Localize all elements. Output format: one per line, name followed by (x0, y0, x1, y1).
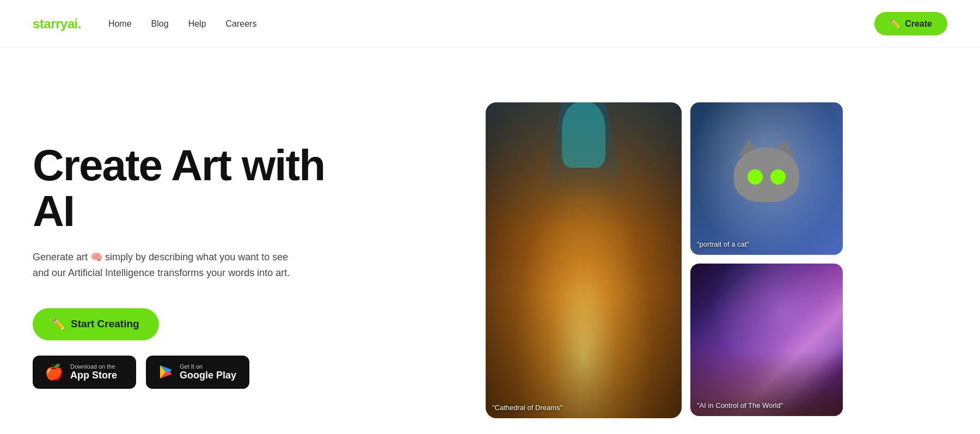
cathedral-caption: "Cathedral of Dreams" (492, 404, 562, 412)
nav-blog[interactable]: Blog (151, 19, 169, 29)
google-play-large-label: Google Play (180, 370, 236, 381)
art-col-right: "portrait of a cat" "AI in Control of Th… (690, 102, 843, 416)
google-play-text: Get It on Google Play (180, 363, 236, 381)
logo-text: starryai (33, 16, 78, 31)
cathedral-image: "Cathedral of Dreams" (486, 102, 682, 418)
main-nav: Home Blog Help Careers (108, 19, 257, 29)
cat-caption: "portrait of a cat" (697, 240, 749, 248)
google-play-icon (158, 364, 173, 380)
hero-left: Create Art with AI Generate art 🧠 simply… (33, 132, 338, 389)
hero-right: "Cathedral of Dreams" (381, 91, 947, 429)
start-pencil-icon: ✏️ (52, 318, 65, 331)
start-creating-button[interactable]: ✏️ Start Creating (33, 308, 159, 340)
art-grid: "Cathedral of Dreams" (486, 102, 843, 418)
app-store-text: Download on the App Store (70, 363, 117, 381)
galaxy-caption: "AI in Control of The World" (697, 401, 783, 409)
google-play-small-label: Get It on (180, 363, 236, 370)
nav-help[interactable]: Help (188, 19, 206, 29)
logo: starryai. (33, 16, 81, 32)
hero-title: Create Art with AI (33, 143, 338, 234)
hero-subtitle: Generate art 🧠 simply by describing what… (33, 249, 294, 281)
subtitle-prefix: Generate art (33, 252, 88, 262)
start-creating-label: Start Creating (71, 318, 139, 330)
app-store-large-label: App Store (70, 370, 117, 381)
cat-image: "portrait of a cat" (690, 102, 843, 255)
apple-icon: 🍎 (45, 363, 64, 381)
galaxy-image: "AI in Control of The World" (690, 264, 843, 416)
galaxy-art-bg (690, 264, 843, 416)
logo-dot: . (78, 16, 81, 31)
brain-emoji: 🧠 (90, 249, 102, 265)
cat-eye-left (748, 169, 763, 185)
nav-home[interactable]: Home (108, 19, 132, 29)
store-buttons: 🍎 Download on the App Store Get It o (33, 356, 338, 389)
nav-careers[interactable]: Careers (226, 19, 257, 29)
app-store-button[interactable]: 🍎 Download on the App Store (33, 356, 136, 389)
cat-face (728, 137, 805, 213)
cat-head (734, 148, 799, 202)
header-create-button[interactable]: ✏️ Create (874, 12, 947, 35)
google-play-button[interactable]: Get It on Google Play (146, 356, 249, 389)
cathedral-art-bg (486, 102, 682, 418)
cat-art-bg (690, 102, 843, 255)
create-label: Create (905, 19, 932, 29)
pencil-icon: ✏️ (890, 19, 901, 29)
cathedral-detail (486, 102, 682, 418)
app-store-small-label: Download on the (70, 363, 117, 370)
cat-eye-right (770, 169, 786, 185)
